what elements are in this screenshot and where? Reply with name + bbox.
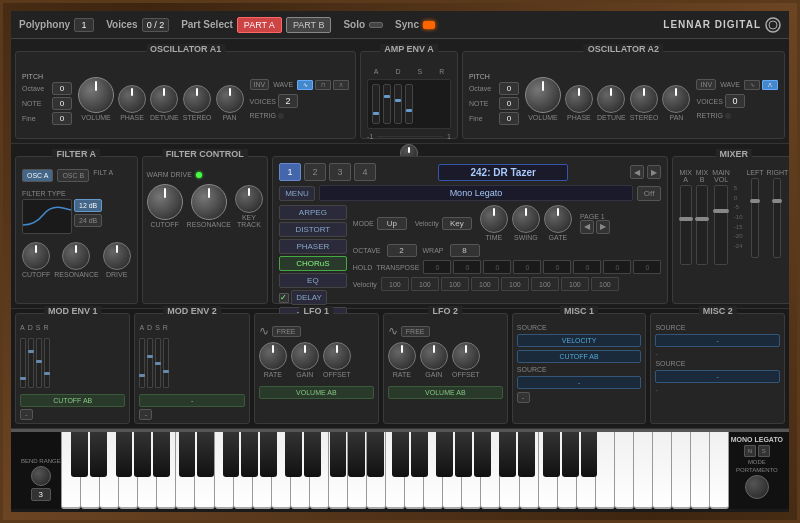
part-a-button[interactable]: PART A (237, 17, 282, 33)
delay-btn[interactable]: DELAY (291, 290, 327, 305)
tr-cell-6[interactable]: 0 (573, 260, 601, 274)
distort-btn[interactable]: DISTORT (279, 222, 347, 237)
delay-check[interactable] (279, 293, 289, 303)
vel-cell-7[interactable]: 100 (561, 277, 589, 291)
key-gs2[interactable] (241, 432, 258, 477)
a2-detune-knob[interactable] (597, 85, 625, 113)
preset-name[interactable]: 242: DR Tazer (438, 164, 568, 181)
fc-cutoff-knob[interactable] (147, 184, 183, 220)
vel-cell-6[interactable]: 100 (531, 277, 559, 291)
key-cs2[interactable] (179, 432, 196, 477)
key-ds4[interactable] (411, 432, 428, 477)
me2-minus-btn[interactable]: - (139, 409, 152, 420)
vel-cell-4[interactable]: 100 (471, 277, 499, 291)
key-as3[interactable] (367, 432, 384, 477)
sustain-fader[interactable] (394, 84, 402, 124)
lfo2-offset-knob[interactable] (452, 342, 480, 370)
misc1-source-value[interactable]: VELOCITY (517, 334, 642, 347)
wrap-value[interactable]: 8 (450, 244, 480, 257)
key-as1[interactable] (153, 432, 170, 477)
pan-knob[interactable] (216, 85, 244, 113)
n-mode-btn[interactable]: N (744, 445, 756, 457)
octave-value[interactable]: 0 (52, 82, 72, 95)
a2-wave-btn-2[interactable]: /\ (762, 80, 778, 90)
mod-env-1-dest[interactable]: CUTOFF AB (20, 394, 125, 407)
vel-cell-5[interactable]: 100 (501, 277, 529, 291)
lfo1-dest[interactable]: VOLUME AB (259, 386, 374, 399)
vel-cell-2[interactable]: 100 (411, 277, 439, 291)
vel-cell-1[interactable]: 100 (381, 277, 409, 291)
key-c5[interactable] (596, 432, 615, 509)
misc1-minus-btn[interactable]: - (517, 392, 530, 403)
tr-cell-1[interactable]: 0 (423, 260, 451, 274)
wave-btn-3[interactable]: /\ (333, 80, 349, 90)
phaser-btn[interactable]: PHASER (279, 239, 347, 254)
misc1-dest-value[interactable]: CUTOFF AB (517, 350, 642, 363)
filter-drive-knob[interactable] (103, 242, 131, 270)
key-gs5[interactable] (562, 432, 579, 477)
stereo-knob[interactable] (183, 85, 211, 113)
a2-wave-btn-1[interactable]: ∿ (744, 80, 760, 90)
next-preset-btn[interactable]: ▶ (647, 165, 661, 179)
me2-r-fader[interactable] (163, 338, 169, 388)
lfo-1-free-btn[interactable]: FREE (272, 326, 301, 337)
osc-a-btn[interactable]: OSC A (22, 169, 53, 182)
lfo1-offset-knob[interactable] (323, 342, 351, 370)
seq-tab-4[interactable]: 4 (354, 163, 376, 181)
tr-cell-7[interactable]: 0 (603, 260, 631, 274)
part-b-button[interactable]: PART B (286, 17, 332, 33)
wave-btn-1[interactable]: ∿ (297, 80, 313, 90)
key-ds5[interactable] (518, 432, 535, 477)
seq-tab-3[interactable]: 3 (329, 163, 351, 181)
left-fader[interactable] (751, 178, 759, 258)
mod-env-2-dest[interactable]: - (139, 394, 244, 407)
osc-b-btn[interactable]: OSC B (57, 169, 89, 182)
polyphony-value[interactable]: 1 (74, 18, 94, 32)
fc-resonance-knob[interactable] (191, 184, 227, 220)
key-fs4[interactable] (436, 432, 453, 477)
voices-value[interactable]: 0 / 2 (142, 18, 170, 32)
time-knob[interactable] (480, 205, 508, 233)
a2-retrig-led[interactable] (725, 113, 731, 119)
portamento-knob[interactable] (745, 475, 769, 499)
key-cs1[interactable] (71, 432, 88, 477)
warm-drive-led[interactable] (196, 172, 202, 178)
right-fader[interactable] (773, 178, 781, 258)
me2-d-fader[interactable] (147, 338, 153, 388)
filter-cutoff-knob[interactable] (22, 242, 50, 270)
key-gs4[interactable] (455, 432, 472, 477)
lfo2-gain-knob[interactable] (420, 342, 448, 370)
mix-b-fader[interactable] (696, 185, 708, 265)
me2-s-fader[interactable] (155, 338, 161, 388)
a2-phase-knob[interactable] (565, 85, 593, 113)
a2-fine-value[interactable]: 0 (499, 112, 519, 125)
mix-a-fader[interactable] (680, 185, 692, 265)
key-as2[interactable] (260, 432, 277, 477)
wave-btn-2[interactable]: ⊓ (315, 80, 331, 90)
key-gs3[interactable] (348, 432, 365, 477)
bend-range-knob[interactable] (31, 466, 51, 486)
retrig-led[interactable] (278, 113, 284, 119)
swing-knob[interactable] (512, 205, 540, 233)
key-a5[interactable] (691, 432, 710, 509)
key-ds1[interactable] (90, 432, 107, 477)
vel-cell-8[interactable]: 100 (591, 277, 619, 291)
mode-value[interactable]: Up (377, 217, 407, 230)
lfo2-dest[interactable]: VOLUME AB (388, 386, 503, 399)
a2-inv-button[interactable]: INV (696, 79, 716, 90)
a2-volume-knob[interactable] (525, 77, 561, 113)
tr-cell-8[interactable]: 0 (633, 260, 661, 274)
tr-cell-3[interactable]: 0 (483, 260, 511, 274)
key-e5[interactable] (634, 432, 653, 509)
detune-knob[interactable] (150, 85, 178, 113)
lfo1-gain-knob[interactable] (291, 342, 319, 370)
lfo1-rate-knob[interactable] (259, 342, 287, 370)
arpeg-btn[interactable]: ARPEG (279, 205, 347, 220)
voices-num[interactable]: 2 (278, 94, 298, 108)
key-fs5[interactable] (543, 432, 560, 477)
fine-value[interactable]: 0 (52, 112, 72, 125)
me2-a-fader[interactable] (139, 338, 145, 388)
me1-a-fader[interactable] (20, 338, 26, 388)
key-fs2[interactable] (223, 432, 240, 477)
vel-cell-3[interactable]: 100 (441, 277, 469, 291)
